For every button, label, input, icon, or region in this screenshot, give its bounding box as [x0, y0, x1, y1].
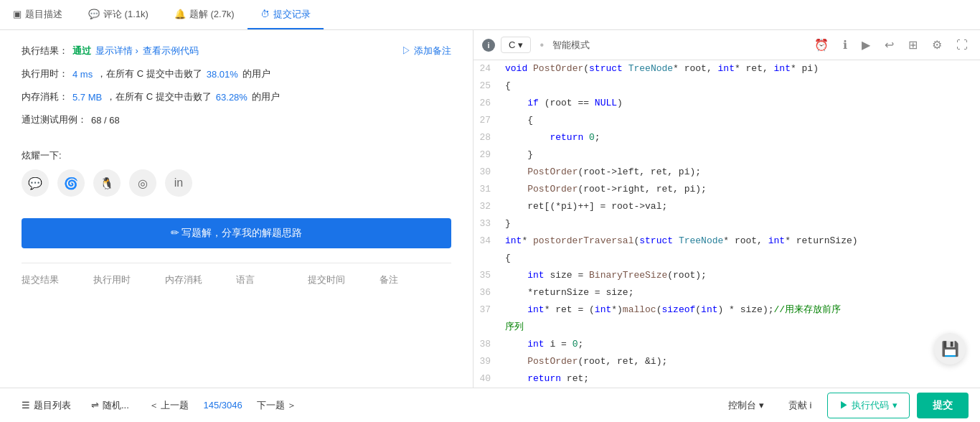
execution-result-row: 执行结果： 通过 显示详情 › 查看示例代码 ▷ 添加备注 — [22, 44, 451, 57]
timer-icon-button[interactable]: ⏰ — [811, 37, 832, 53]
line-content: { — [502, 250, 980, 267]
weibo-icon: 🌀 — [64, 177, 78, 190]
code-line-29: 29 } — [473, 146, 980, 164]
lang-label: C — [509, 39, 515, 50]
line-content: int* ret = (int*)malloc(sizeof(int) * si… — [502, 301, 980, 319]
code-line-34b: { — [473, 250, 980, 267]
line-number: 36 — [473, 284, 502, 301]
mem-value: 5.7 MB — [72, 92, 102, 103]
line-content: int* postorderTraversal(struct TreeNode*… — [502, 233, 980, 250]
problem-list-button[interactable]: ☰ 题目列表 — [11, 393, 81, 418]
line-content: return ret; — [502, 370, 980, 388]
submission-table-header: 提交结果 执行用时 内存消耗 语言 提交时间 备注 — [22, 263, 451, 292]
line-number: 38 — [473, 336, 502, 353]
code-line-38: 38 int i = 0; — [473, 336, 980, 353]
left-panel: 执行结果： 通过 显示详情 › 查看示例代码 ▷ 添加备注 执行用时： 4 ms… — [0, 30, 473, 388]
bottom-bar: ☰ 题目列表 ⇌ 随机... ＜ 上一题 145/3046 下一题 ＞ 控制台 … — [0, 388, 980, 422]
terminal-icon-button[interactable]: ⊞ — [905, 37, 921, 53]
douban-share-button[interactable]: ◎ — [129, 169, 156, 197]
code-line-26-blank: 26 if (root == NULL) — [473, 95, 980, 112]
run-dropdown-icon: ▾ — [892, 400, 897, 411]
line-number: 25 — [473, 78, 502, 95]
line-number: 24 — [473, 60, 502, 78]
random-icon: ⇌ — [91, 400, 99, 411]
tab-submissions[interactable]: ⏱ 提交记录 — [248, 0, 324, 29]
tab-comments[interactable]: 💬 评论 (1.1k) — [75, 0, 161, 29]
mem-percent: 63.28% — [216, 92, 248, 103]
undo-icon-button[interactable]: ↩ — [881, 37, 897, 53]
tab-solutions[interactable]: 🔔 题解 (2.7k) — [161, 0, 248, 29]
settings-icon-button[interactable]: ⚙ — [928, 37, 946, 53]
list-icon: ☰ — [22, 400, 30, 411]
linkedin-icon: in — [174, 177, 183, 189]
line-content: PostOrder(root, ret, &i); — [502, 353, 980, 370]
tab-description[interactable]: ▣ 题目描述 — [0, 0, 75, 29]
time-label: 执行用时： — [22, 67, 68, 80]
weibo-share-button[interactable]: 🌀 — [57, 169, 85, 197]
code-line-37b: 序列 — [473, 319, 980, 336]
console-dropdown-icon: ▾ — [759, 400, 764, 411]
line-content: void PostOrder(struct TreeNode* root, in… — [502, 60, 980, 78]
line-number: 31 — [473, 181, 502, 198]
info2-icon-button[interactable]: ℹ — [839, 37, 851, 53]
qq-share-button[interactable]: 🐧 — [93, 169, 121, 197]
line-number: 39 — [473, 353, 502, 370]
mem-label: 内存消耗： — [22, 90, 68, 103]
description-icon: ▣ — [13, 9, 22, 19]
col-language: 语言 — [236, 273, 308, 286]
line-number: 30 — [473, 164, 502, 181]
add-note-link[interactable]: ▷ 添加备注 — [402, 44, 451, 57]
random-button[interactable]: ⇌ 随机... — [81, 393, 139, 418]
wechat-share-button[interactable]: 💬 — [22, 169, 49, 197]
show-detail-link[interactable]: 显示详情 › — [95, 44, 138, 57]
douban-icon: ◎ — [138, 177, 148, 190]
editor-toolbar: i C ▾ • 智能模式 ⏰ ℹ ▶ ↩ ⊞ ⚙ ⛶ — [473, 30, 980, 60]
smart-mode-label: 智能模式 — [552, 39, 590, 52]
line-content: int size = BinaryTreeSize(root); — [502, 267, 980, 284]
line-content: *returnSize = size; — [502, 284, 980, 301]
code-line-30: 30 PostOrder(root->left, ret, pi); — [473, 164, 980, 181]
line-number: 32 — [473, 198, 502, 215]
line-content: if (root == NULL) — [502, 95, 980, 112]
linkedin-share-button[interactable]: in — [165, 169, 192, 197]
code-line-32: 32 ret[(*pi)++] = root->val; — [473, 198, 980, 215]
line-content: ret[(*pi)++] = root->val; — [502, 198, 980, 215]
line-content: int i = 0; — [502, 336, 980, 353]
lang-dropdown-icon: ▾ — [518, 39, 523, 50]
console-button[interactable]: 控制台 ▾ — [720, 393, 773, 418]
floating-save-button[interactable]: 💾 — [934, 333, 966, 365]
run-code-button[interactable]: ▶ 执行代码 ▾ — [827, 393, 910, 418]
code-editor-area[interactable]: 24 void PostOrder(struct TreeNode* root,… — [473, 60, 980, 388]
line-content: { — [502, 112, 980, 129]
main-area: 执行结果： 通过 显示详情 › 查看示例代码 ▷ 添加备注 执行用时： 4 ms… — [0, 30, 980, 388]
play-icon-button[interactable]: ▶ — [858, 37, 874, 53]
submit-button[interactable]: 提交 — [917, 393, 969, 418]
line-number: 27 — [473, 112, 502, 129]
mem-sep: ，在所有 C 提交中击败了 — [106, 90, 212, 103]
line-number: 29 — [473, 146, 502, 164]
qq-icon: 🐧 — [100, 177, 114, 190]
fullscreen-icon-button[interactable]: ⛶ — [953, 37, 971, 53]
next-button[interactable]: 下一题 ＞ — [247, 393, 307, 418]
solutions-icon: 🔔 — [174, 9, 186, 19]
code-line-34: 34 int* postorderTraversal(struct TreeNo… — [473, 233, 980, 250]
line-content: 序列 — [502, 319, 980, 336]
execution-result-status: 通过 — [72, 44, 91, 57]
code-line-31: 31 PostOrder(root->right, ret, pi); — [473, 181, 980, 198]
prev-button[interactable]: ＜ 上一题 — [139, 393, 199, 418]
contribute-button[interactable]: 贡献 i — [780, 393, 821, 418]
exec-time-row: 执行用时： 4 ms ，在所有 C 提交中击败了 38.01% 的用户 — [22, 67, 451, 80]
code-line-36: 36 *returnSize = size; — [473, 284, 980, 301]
line-number: 35 — [473, 267, 502, 284]
smart-mode-toggle[interactable]: 智能模式 — [552, 39, 590, 52]
code-line-24: 24 void PostOrder(struct TreeNode* root,… — [473, 60, 980, 78]
tab-bar: ▣ 题目描述 💬 评论 (1.1k) 🔔 题解 (2.7k) ⏱ 提交记录 — [0, 0, 980, 30]
language-selector[interactable]: C ▾ — [501, 37, 531, 53]
test-label: 通过测试用例： — [22, 113, 87, 126]
share-icons: 💬 🌀 🐧 ◎ in — [22, 169, 451, 197]
col-result: 提交结果 — [22, 273, 93, 286]
write-solution-button[interactable]: ✏ 写题解，分享我的解题思路 — [22, 218, 451, 248]
view-example-link[interactable]: 查看示例代码 — [143, 44, 199, 57]
line-content: PostOrder(root->left, ret, pi); — [502, 164, 980, 181]
code-line-40: 40 return ret; — [473, 370, 980, 388]
